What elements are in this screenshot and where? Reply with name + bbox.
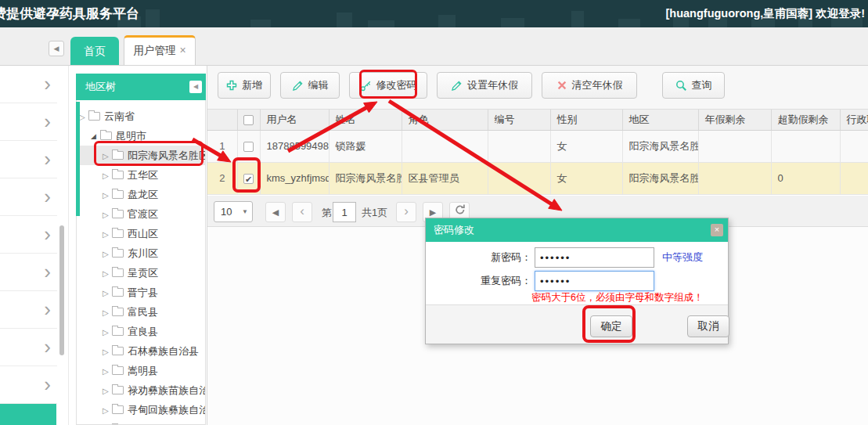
sidebar-menu-item[interactable]: › [0, 216, 57, 254]
cancel-button[interactable]: 取消 [687, 315, 729, 337]
page-total-label: 共1页 [362, 206, 387, 220]
tab-user-management[interactable]: 用户管理× [124, 35, 196, 65]
sidebar-menu-item[interactable]: › [0, 366, 57, 404]
close-icon[interactable]: × [179, 44, 185, 56]
tree-node[interactable]: ▷嵩明县 [77, 361, 205, 380]
tree-scrollbar-accent[interactable] [76, 102, 80, 216]
ok-button[interactable]: 确定 [590, 315, 632, 337]
col-overtime-left[interactable]: 超勤假剩余 [771, 110, 840, 130]
col-username[interactable]: 用户名 [260, 110, 329, 130]
sidebar-collapse-button[interactable]: ◀ [49, 41, 64, 56]
password-rule-warning: 密码大于6位，必须由字母和数字组成！ [531, 291, 703, 304]
set-annual-leave-button[interactable]: 设置年休假 [437, 72, 532, 99]
left-sidebar: › › › › › › › › › [0, 66, 69, 425]
expand-arrow-icon[interactable]: ▷ [103, 185, 112, 204]
sidebar-scrollbar-thumb[interactable] [59, 225, 64, 355]
expand-arrow-icon[interactable]: ▷ [103, 264, 112, 283]
col-annual-left[interactable]: 年假剩余 [698, 110, 771, 130]
expand-arrow-icon[interactable]: ▷ [103, 420, 112, 425]
expand-arrow-icon[interactable]: ▷ [79, 107, 88, 126]
tree-node[interactable]: ▷禄劝彝族苗族自治县 [77, 380, 205, 400]
row-checkbox-cell: ✔ [237, 162, 260, 194]
page-size-select[interactable]: 10 ▼ [214, 201, 253, 222]
sidebar-menu-item[interactable]: › [0, 329, 57, 366]
password-change-dialog: 密码修改 × 新密码： 中等强度 重复密码： 密码大于6位，必须由字母和数字组成… [425, 218, 729, 344]
edit-button[interactable]: 编辑 [280, 72, 340, 99]
col-code[interactable]: 编号 [488, 110, 550, 130]
tree-node[interactable]: ▷安宁市 [77, 420, 205, 425]
folder-icon [112, 171, 124, 179]
col-admin[interactable]: 行政职务 [840, 110, 868, 130]
col-name[interactable]: 姓名 [329, 110, 402, 130]
add-button[interactable]: 新增 [218, 72, 271, 99]
expand-arrow-icon[interactable]: ▷ [103, 225, 112, 243]
expand-arrow-icon[interactable]: ▷ [103, 244, 112, 263]
sidebar-menu-item[interactable]: › [0, 254, 57, 291]
sidebar-menu-item[interactable]: › [0, 103, 57, 141]
query-button[interactable]: 查询 [662, 72, 725, 99]
sidebar-menu-item[interactable]: › [0, 291, 57, 329]
next-page-button[interactable]: › [396, 202, 416, 222]
dialog-close-button[interactable]: × [711, 224, 723, 236]
tree-node[interactable]: ▷东川区 [77, 243, 205, 263]
new-password-field[interactable] [535, 247, 654, 268]
folder-icon [112, 249, 124, 258]
table-header-row: 用户名 姓名 角色 编号 性别 地区 年假剩余 超勤假剩余 行政职务 [207, 110, 868, 130]
tree-node[interactable]: ▷云南省 [77, 106, 205, 126]
col-gender[interactable]: 性别 [550, 110, 622, 130]
next-page-icon: › [404, 203, 409, 218]
collapse-arrow-icon[interactable]: ◢ [91, 127, 100, 146]
dialog-header[interactable]: 密码修改 × [426, 218, 728, 242]
folder-icon [112, 308, 124, 316]
expand-arrow-icon[interactable]: ▷ [103, 146, 112, 165]
col-role[interactable]: 角色 [402, 110, 488, 130]
chevron-down-icon: ▼ [242, 202, 248, 222]
expand-arrow-icon[interactable]: ▷ [103, 381, 112, 400]
repeat-password-label: 重复密码： [426, 271, 531, 291]
expand-arrow-icon[interactable]: ▷ [103, 166, 112, 185]
password-strength-text: 中等强度 [662, 247, 703, 268]
row-checkbox[interactable] [243, 142, 254, 152]
sidebar-menu-item[interactable]: › [0, 178, 57, 216]
tree-node[interactable]: ▷寻甸回族彝族自治县 [77, 400, 205, 420]
tree-node[interactable]: ▷五华区 [77, 165, 205, 185]
tree-node[interactable]: ▷富民县 [77, 302, 205, 322]
change-password-button[interactable]: 修改密码 [349, 72, 427, 99]
row-checkbox-checked[interactable]: ✔ [243, 174, 254, 184]
clear-annual-leave-button[interactable]: 清空年休假 [542, 72, 637, 99]
tree-node[interactable]: ▷晋宁县 [77, 283, 205, 302]
tree-node[interactable]: ▷宜良县 [77, 322, 205, 341]
user-table: 用户名 姓名 角色 编号 性别 地区 年假剩余 超勤假剩余 行政职务 1 [207, 109, 868, 196]
tree-node[interactable]: ◢昆明市 [77, 126, 205, 146]
tree-node[interactable]: ▷石林彝族自治县 [77, 341, 205, 361]
tree-node-selected[interactable]: ▷阳宗海风景名胜区 [77, 146, 205, 165]
select-all-checkbox[interactable] [243, 115, 254, 125]
prev-page-button[interactable]: ‹ [292, 202, 312, 222]
expand-arrow-icon[interactable]: ▷ [103, 283, 112, 302]
sidebar-menu-item-active[interactable] [0, 404, 56, 425]
expand-arrow-icon[interactable]: ▷ [103, 401, 112, 420]
first-page-button[interactable]: ◀ [265, 202, 286, 222]
expand-arrow-icon[interactable]: ▷ [103, 342, 112, 361]
expand-arrow-icon[interactable]: ▷ [103, 205, 112, 224]
tree-node[interactable]: ▷呈贡区 [77, 263, 205, 283]
tree-node[interactable]: ▷官渡区 [77, 204, 205, 224]
repeat-password-field[interactable] [535, 271, 654, 291]
page-number-input[interactable] [333, 202, 356, 222]
expand-arrow-icon[interactable]: ▷ [103, 303, 112, 322]
app-window: 费提供避孕药具服务平台 [huangfuguorong,皇甫国蓉] 欢迎登录! … [0, 0, 868, 425]
sidebar-menu-item[interactable]: › [0, 66, 57, 103]
tree-node[interactable]: ▷西山区 [77, 224, 205, 243]
sidebar-menu-item[interactable]: › [0, 141, 57, 178]
table-row-selected[interactable]: 2 ✔ kms_yzhfjmsq 阳宗海风景名胜 区县管理员 女 阳宗海风景名胜… [207, 162, 868, 194]
table-row[interactable]: 1 18788599498 锁路媛 女 阳宗海风景名胜 [207, 130, 868, 162]
tree-node[interactable]: ▷盘龙区 [77, 185, 205, 204]
expand-arrow-icon[interactable]: ▷ [103, 362, 112, 380]
chevron-right-icon: › [44, 110, 51, 134]
tree-collapse-button[interactable]: ◀ [189, 81, 202, 93]
col-region[interactable]: 地区 [622, 110, 698, 130]
chevron-right-icon: › [44, 373, 51, 397]
tab-home[interactable]: 首页 [70, 37, 119, 65]
close-icon: × [715, 225, 719, 234]
expand-arrow-icon[interactable]: ▷ [103, 322, 112, 341]
